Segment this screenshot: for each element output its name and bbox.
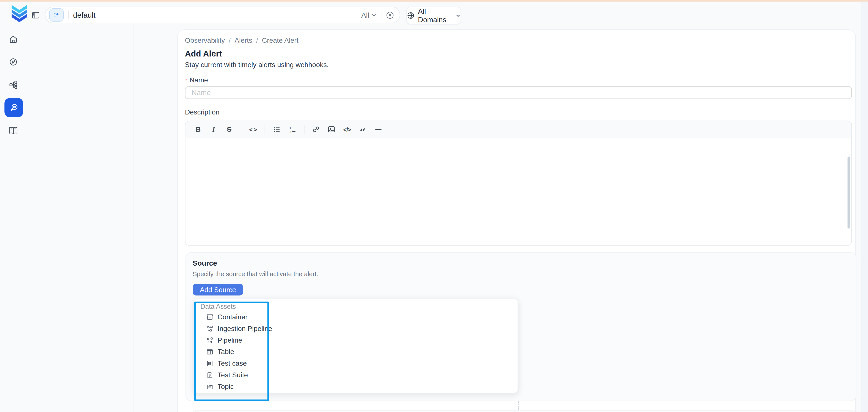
domains-label: All Domains bbox=[418, 7, 452, 24]
link-icon[interactable] bbox=[309, 123, 323, 136]
observability-icon bbox=[9, 103, 19, 113]
code-block-icon[interactable]: </> bbox=[340, 123, 354, 136]
description-editor-input[interactable] bbox=[186, 138, 851, 246]
sidebar-item-explore[interactable] bbox=[9, 58, 18, 66]
numbered-list-icon[interactable]: 12 bbox=[285, 123, 300, 136]
chevron-down-icon bbox=[371, 12, 376, 18]
quote-icon[interactable]: “ bbox=[355, 123, 370, 136]
sidebar-item-govern[interactable] bbox=[9, 80, 18, 89]
page-subtitle: Stay current with timely alerts using we… bbox=[185, 61, 329, 69]
sidebar-item-home[interactable] bbox=[9, 35, 18, 44]
breadcrumb-separator: / bbox=[256, 36, 258, 44]
section-connector-line bbox=[518, 401, 519, 410]
description-editor: BIS< >12</>“ bbox=[185, 121, 852, 246]
description-field-label: Description bbox=[185, 108, 219, 116]
home-icon bbox=[9, 35, 18, 44]
required-marker: * bbox=[185, 77, 187, 84]
add-source-button[interactable]: Add Source bbox=[193, 284, 243, 295]
ai-sparkles-icon[interactable] bbox=[49, 8, 64, 22]
toolbar-separator bbox=[304, 125, 305, 134]
environment-banner-strip bbox=[0, 0, 868, 2]
globe-icon bbox=[407, 12, 414, 20]
sidebar-item-observability[interactable] bbox=[4, 98, 23, 117]
panel-divider bbox=[133, 24, 133, 412]
filtering-section-preview bbox=[191, 410, 856, 412]
source-tree-select[interactable] bbox=[194, 302, 269, 401]
svg-text:2: 2 bbox=[289, 130, 291, 133]
sidebar-toggle-icon[interactable] bbox=[31, 11, 40, 19]
knowledge-book-icon bbox=[9, 126, 18, 135]
search-scope-label: All bbox=[361, 11, 369, 19]
strikethrough-icon[interactable]: S bbox=[222, 123, 237, 136]
search-divider bbox=[381, 10, 381, 20]
source-section-description: Specify the source that will activate th… bbox=[193, 271, 318, 277]
editor-scrollbar[interactable] bbox=[847, 157, 850, 228]
source-section-title: Source bbox=[193, 259, 217, 267]
global-search-bar[interactable]: default All bbox=[45, 7, 400, 23]
page-scrollbar[interactable] bbox=[861, 2, 868, 412]
bold-icon[interactable]: B bbox=[191, 123, 205, 136]
svg-text:1: 1 bbox=[289, 126, 291, 129]
italic-icon[interactable]: I bbox=[207, 123, 221, 136]
search-scope-dropdown[interactable]: All bbox=[361, 11, 376, 19]
editor-toolbar: BIS< >12</>“ bbox=[186, 121, 851, 138]
inline-code-icon[interactable]: < > bbox=[246, 123, 260, 136]
create-alert-page: Observability/Alerts/Create Alert Add Al… bbox=[177, 29, 856, 412]
domains-selector-button[interactable]: All Domains bbox=[406, 7, 461, 24]
page-title: Add Alert bbox=[185, 49, 222, 58]
govern-flow-icon bbox=[9, 80, 18, 89]
breadcrumb-item[interactable]: Observability bbox=[185, 36, 225, 44]
horizontal-rule-icon[interactable] bbox=[371, 123, 385, 136]
breadcrumb: Observability/Alerts/Create Alert bbox=[185, 36, 299, 44]
toolbar-separator bbox=[265, 125, 265, 134]
clear-search-icon[interactable] bbox=[386, 11, 394, 19]
name-input[interactable] bbox=[185, 86, 852, 99]
search-divider bbox=[68, 10, 69, 20]
name-field-label: *Name bbox=[185, 76, 208, 84]
bulleted-list-icon[interactable] bbox=[270, 123, 284, 136]
breadcrumb-item[interactable]: Alerts bbox=[235, 36, 252, 44]
toolbar-separator bbox=[241, 125, 241, 134]
app-root: default All All Domains bbox=[0, 0, 868, 412]
openmetadata-logo-icon[interactable] bbox=[9, 4, 29, 22]
breadcrumb-item: Create Alert bbox=[262, 36, 298, 44]
breadcrumb-separator: / bbox=[229, 36, 231, 44]
image-icon[interactable] bbox=[324, 123, 339, 136]
search-input[interactable]: default bbox=[73, 11, 361, 19]
explore-compass-icon bbox=[9, 58, 18, 66]
chevron-down-icon bbox=[456, 13, 461, 18]
sidebar-item-learning[interactable] bbox=[9, 126, 18, 135]
